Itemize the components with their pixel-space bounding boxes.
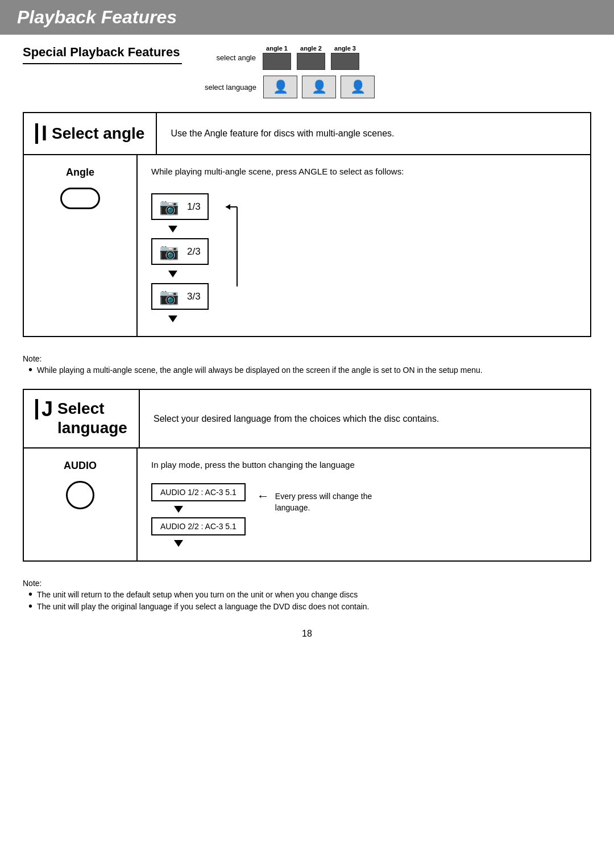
arrow-down-1 xyxy=(168,223,177,235)
select-language-right-cell: In play mode, press the button changing … xyxy=(138,448,590,560)
audio-arrow-left-icon: ← xyxy=(257,489,269,504)
svg-marker-2 xyxy=(226,204,230,210)
audio-right-arrow-group: ← Every press will change the language. xyxy=(257,485,372,513)
angle1-img xyxy=(263,53,291,70)
select-language-title-line2: language xyxy=(57,419,127,437)
angle3-img xyxy=(331,53,359,70)
select-language-section: J Select language Select your desired la… xyxy=(23,389,591,562)
audio-arrow-down2 xyxy=(174,538,183,549)
angle-step2-row: 📷 2/3 xyxy=(151,238,209,265)
angle-boxes: angle 1 angle 2 angle 3 xyxy=(263,45,359,70)
select-language-title: Select language xyxy=(57,399,127,437)
diagram-select-language-label: select language xyxy=(205,83,256,92)
audio-rect1: AUDIO 1/2 : AC-3 5.1 xyxy=(151,483,246,501)
select-language-left-cell: AUDIO xyxy=(24,448,138,560)
camera-icon-2: 📷 xyxy=(159,242,179,261)
select-angle-description: Use the Angle feature for discs with mul… xyxy=(171,128,394,139)
bullet-dot-3: • xyxy=(28,600,32,612)
select-angle-letter: I xyxy=(35,123,47,144)
arrow-down-3 xyxy=(168,313,177,325)
audio-circle-shape xyxy=(66,481,94,509)
select-language-header-row: J Select language Select your desired la… xyxy=(24,390,590,448)
cycle-bracket-svg xyxy=(220,196,243,298)
select-angle-body-row: Angle While playing multi-angle scene, p… xyxy=(24,155,590,336)
special-features-header: Special Playback Features select angle a… xyxy=(23,45,591,98)
note2-bullet1: • The unit will return to the default se… xyxy=(23,590,591,600)
audio-desc-line1: Every press will change the xyxy=(275,492,372,501)
select-angle-left-cell: Angle xyxy=(24,155,138,336)
angle-step3-box: 📷 3/3 xyxy=(151,283,209,310)
angle2-box: angle 2 xyxy=(297,45,325,70)
angle-label: Angle xyxy=(66,167,94,178)
angle-button-shape xyxy=(60,188,100,209)
angle2-img xyxy=(297,53,325,70)
camera-icon-1: 📷 xyxy=(159,197,179,216)
audio-flow: AUDIO 1/2 : AC-3 5.1 AUDIO 2/2 : AC-3 5.… xyxy=(151,483,576,549)
special-features-title: Special Playback Features xyxy=(23,45,182,64)
note2-bullet2: • The unit will play the original langua… xyxy=(23,602,591,612)
angle-step3-row: 📷 3/3 xyxy=(151,283,209,310)
lang-img1: 👤 xyxy=(263,76,297,98)
special-features-title-block: Special Playback Features xyxy=(23,45,182,64)
lang-img2: 👤 xyxy=(302,76,336,98)
angle-step3-label: 3/3 xyxy=(187,291,201,302)
diagram-select-language-row: select language 👤 👤 👤 xyxy=(205,76,375,98)
diagram-area: select angle angle 1 angle 2 angle 3 xyxy=(205,45,375,98)
note2-section: Note: • The unit will return to the defa… xyxy=(23,579,591,612)
angle-cycle-wrapper: 📷 1/3 📷 2/3 xyxy=(151,190,576,325)
select-angle-header-row: I Select angle Use the Angle feature for… xyxy=(24,113,590,155)
angle-step1-row: 📷 1/3 xyxy=(151,193,209,220)
page-number: 18 xyxy=(23,629,591,650)
note2-bullet1-text: The unit will return to the default setu… xyxy=(37,590,358,600)
header-banner: Playback Features xyxy=(0,0,614,35)
select-angle-right-cell: While playing multi-angle scene, press A… xyxy=(138,155,590,336)
select-angle-desc-cell: Use the Angle feature for discs with mul… xyxy=(157,113,590,154)
angle-steps: 📷 1/3 📷 2/3 xyxy=(151,190,209,325)
angle-step2-box: 📷 2/3 xyxy=(151,238,209,265)
select-language-title-line1: Select xyxy=(57,400,105,417)
angle-step2-label: 2/3 xyxy=(187,246,201,258)
angle1-box: angle 1 xyxy=(263,45,291,70)
right-bracket xyxy=(220,196,243,300)
audio1-text: AUDIO 1/2 : AC-3 5.1 xyxy=(160,488,237,497)
angle1-label: angle 1 xyxy=(266,45,288,52)
select-angle-section: I Select angle Use the Angle feature for… xyxy=(23,112,591,337)
select-language-description: Select your desired language from the ch… xyxy=(154,414,439,424)
select-language-letter: J xyxy=(35,399,53,420)
angle-instruction: While playing multi-angle scene, press A… xyxy=(151,167,576,176)
note1-bullet1-text: While playing a multi-angle scene, the a… xyxy=(37,366,483,375)
audio-rect2: AUDIO 2/2 : AC-3 5.1 xyxy=(151,517,246,535)
angle-step1-box: 📷 1/3 xyxy=(151,193,209,220)
angle2-label: angle 2 xyxy=(300,45,322,52)
language-instruction: In play mode, press the button changing … xyxy=(151,460,576,470)
note2-bullet2-text: The unit will play the original language… xyxy=(37,602,369,612)
camera-icon-3: 📷 xyxy=(159,287,179,306)
select-language-desc-cell: Select your desired language from the ch… xyxy=(140,390,590,447)
audio-desc: Every press will change the language. xyxy=(275,491,372,513)
select-angle-title: Select angle xyxy=(52,124,144,143)
select-language-title-cell: J Select language xyxy=(24,390,140,447)
select-angle-title-cell: I Select angle xyxy=(24,113,157,154)
note1-bullet1: • While playing a multi-angle scene, the… xyxy=(23,366,591,375)
angle-step1-label: 1/3 xyxy=(187,201,201,213)
note2-title: Note: xyxy=(23,579,591,588)
diagram-select-angle-label: select angle xyxy=(205,53,256,62)
audio2-text: AUDIO 2/2 : AC-3 5.1 xyxy=(160,522,237,531)
audio-flow-boxes: AUDIO 1/2 : AC-3 5.1 AUDIO 2/2 : AC-3 5.… xyxy=(151,483,246,549)
lang-img3: 👤 xyxy=(341,76,375,98)
person-icon3: 👤 xyxy=(350,81,366,93)
note1-title: Note: xyxy=(23,354,591,363)
person-icon2: 👤 xyxy=(312,81,327,93)
note1-section: Note: • While playing a multi-angle scen… xyxy=(23,354,591,375)
angle3-box: angle 3 xyxy=(331,45,359,70)
audio-label: AUDIO xyxy=(64,460,97,472)
select-language-body-row: AUDIO In play mode, press the button cha… xyxy=(24,448,590,560)
audio-arrow-down xyxy=(174,504,183,515)
diagram-select-angle-row: select angle angle 1 angle 2 angle 3 xyxy=(205,45,375,70)
arrow-down-2 xyxy=(168,268,177,280)
angle3-label: angle 3 xyxy=(334,45,356,52)
audio-desc-line2: language. xyxy=(275,503,310,512)
person-icon1: 👤 xyxy=(273,81,288,93)
bullet-dot-2: • xyxy=(28,588,32,600)
main-content: Special Playback Features select angle a… xyxy=(0,45,614,650)
